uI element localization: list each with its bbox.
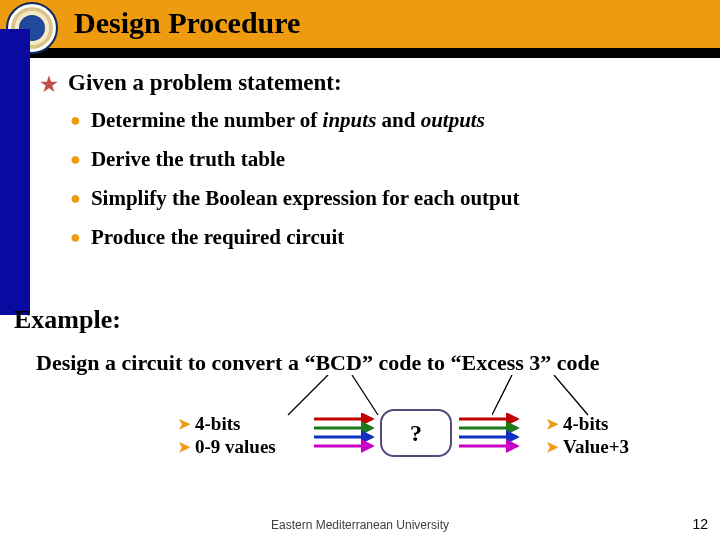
dot-icon: ● [70,225,81,249]
outputs-line2: Value+3 [563,436,629,459]
bus-arrows-out [457,413,521,453]
sub-bullet-4: ● Produce the required circuit [70,225,706,250]
svg-line-2 [492,375,512,415]
chevron-icon: ➤ [178,413,191,435]
dot-icon: ● [70,186,81,210]
star-icon: ★ [40,70,58,98]
svg-line-1 [352,375,378,415]
sub-bullet-2: ● Derive the truth table [70,147,706,172]
inputs-line1: 4-bits [195,413,240,436]
sub-bullet-1-text: Determine the number of inputs and outpu… [91,108,485,133]
outputs-line1: 4-bits [563,413,608,436]
chevron-icon: ➤ [546,436,559,458]
chevron-icon: ➤ [546,413,559,435]
sub-bullet-list: ● Determine the number of inputs and out… [70,108,706,250]
slide-title: Design Procedure [74,6,300,40]
left-accent-strip [0,29,30,315]
sub-bullet-4-text: Produce the required circuit [91,225,344,250]
dot-icon: ● [70,108,81,132]
dot-icon: ● [70,147,81,171]
chevron-icon: ➤ [178,436,191,458]
title-underline [0,48,720,58]
page-number: 12 [692,516,708,532]
sub-bullet-3: ● Simplify the Boolean expression for ea… [70,186,706,211]
main-bullet: ★ Given a problem statement: [40,70,706,98]
diagram-box-label: ? [410,420,422,447]
footer-text: Eastern Mediterranean University [0,518,720,532]
sub-bullet-3-text: Simplify the Boolean expression for each… [91,186,520,211]
sub-bullet-2-text: Derive the truth table [91,147,285,172]
diagram: ➤4-bits ➤0-9 values ? ➤4-bits ➤Value+3 [0,395,720,495]
example-text: Design a circuit to convert a “BCD” code… [36,350,710,376]
diagram-outputs: ➤4-bits ➤Value+3 [546,413,629,459]
svg-line-3 [554,375,588,415]
svg-line-0 [288,375,328,415]
inputs-line2: 0-9 values [195,436,276,459]
main-heading: Given a problem statement: [68,70,342,96]
content-area: ★ Given a problem statement: ● Determine… [40,70,706,264]
sub-bullet-1: ● Determine the number of inputs and out… [70,108,706,133]
diagram-inputs: ➤4-bits ➤0-9 values [178,413,276,459]
diagram-box: ? [380,409,452,457]
bus-arrows-in [312,413,376,453]
example-label: Example: [14,305,121,335]
